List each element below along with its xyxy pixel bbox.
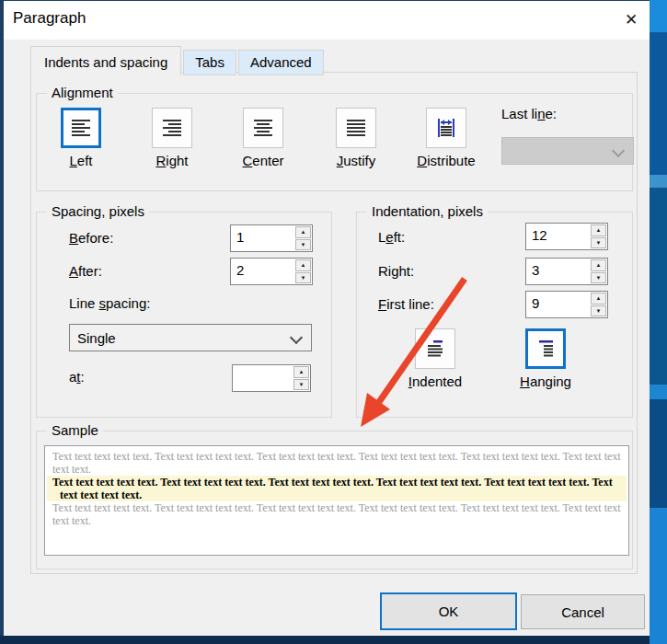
indent-right-value[interactable]: 3 (526, 259, 590, 284)
spinner-down-icon[interactable]: ▼ (591, 237, 606, 249)
spacing-legend: Spacing, pixels (47, 203, 149, 219)
hanging-icon (525, 328, 566, 369)
align-distribute-label: Distribute (405, 153, 488, 168)
sample-paragraph-highlighted: Text text text text text. Text text text… (47, 476, 627, 501)
indentation-group: Indentation, pixels Left: 12 ▲ ▼ Right: … (356, 212, 633, 418)
spinner-up-icon[interactable]: ▲ (591, 224, 606, 236)
first-line-spin-buttons: ▲ ▼ (590, 292, 607, 317)
last-line-combobox (501, 137, 634, 165)
before-spin-buttons: ▲ ▼ (294, 225, 312, 251)
sample-group: Sample Text text text text text. Text te… (36, 431, 633, 569)
sample-paragraph: Text text text text text. Text text text… (47, 450, 627, 476)
first-line-label: First line: (378, 296, 434, 312)
at-spin-buttons: ▲ ▼ (293, 365, 310, 391)
spinner-up-icon[interactable]: ▲ (295, 226, 311, 238)
align-left-button[interactable]: Left (40, 108, 122, 168)
dialog-title: Paragraph (13, 9, 86, 28)
spinner-up-icon[interactable]: ▲ (591, 259, 606, 271)
align-justify-button[interactable]: Justify (315, 108, 397, 168)
spinner-down-icon[interactable]: ▼ (591, 305, 606, 317)
sample-preview: Text text text text text. Text text text… (44, 445, 629, 556)
indent-right-spinner[interactable]: 3 ▲ ▼ (525, 258, 608, 285)
spinner-down-icon[interactable]: ▼ (293, 379, 309, 391)
align-justify-label: Justify (315, 153, 397, 168)
chevron-down-icon (290, 331, 303, 344)
close-icon[interactable]: ✕ (616, 6, 646, 33)
indent-right-label: Right: (378, 263, 414, 279)
spinner-down-icon[interactable]: ▼ (295, 272, 311, 284)
align-right-button[interactable]: Right (131, 108, 213, 168)
tab-panel: Alignment Left Right (30, 72, 638, 574)
align-distribute-icon (426, 108, 466, 148)
after-spinner[interactable]: 2 ▲ ▼ (230, 258, 313, 285)
before-value[interactable]: 1 (231, 225, 294, 251)
spinner-up-icon[interactable]: ▲ (293, 366, 309, 378)
window-right-edge (650, 0, 667, 644)
tab-strip: Indents and spacing Tabs Advanced (30, 46, 324, 75)
at-spinner[interactable]: ▲ ▼ (232, 364, 311, 392)
indented-button[interactable]: Indented (394, 328, 477, 389)
sample-legend: Sample (47, 422, 103, 438)
at-label: at: (69, 369, 85, 385)
spinner-down-icon[interactable]: ▼ (591, 272, 606, 284)
indent-left-label: Left: (378, 229, 405, 245)
before-label: Before: (69, 230, 113, 246)
window-bottom-edge (0, 636, 667, 644)
chevron-down-icon (612, 144, 625, 157)
align-justify-icon (336, 108, 376, 148)
first-line-value[interactable]: 9 (526, 292, 590, 317)
after-label: After: (69, 263, 102, 279)
titlebar: Paragraph ✕ (4, 1, 650, 40)
alignment-legend: Alignment (47, 85, 118, 100)
hanging-button[interactable]: Hanging (504, 328, 587, 389)
spinner-down-icon[interactable]: ▼ (295, 239, 311, 251)
align-left-label: Left (40, 153, 122, 168)
before-spinner[interactable]: 1 ▲ ▼ (230, 224, 313, 252)
ok-button[interactable]: OK (380, 592, 517, 630)
tab-tabs[interactable]: Tabs (183, 50, 236, 75)
align-distribute-button[interactable]: Distribute (405, 108, 488, 168)
after-value[interactable]: 2 (231, 259, 294, 284)
indent-right-spin-buttons: ▲ ▼ (590, 259, 607, 284)
spinner-up-icon[interactable]: ▲ (295, 259, 311, 271)
hanging-label: Hanging (504, 374, 587, 389)
align-right-label: Right (131, 153, 213, 168)
line-spacing-value: Single (77, 330, 116, 346)
after-spin-buttons: ▲ ▼ (294, 259, 312, 284)
alignment-group: Alignment Left Right (36, 93, 633, 191)
align-right-icon (152, 108, 192, 148)
paragraph-dialog: Paragraph ✕ Indents and spacing Tabs Adv… (0, 0, 650, 636)
indented-icon (415, 328, 455, 369)
align-center-button[interactable]: Center (222, 108, 305, 168)
indentation-legend: Indentation, pixels (367, 203, 488, 219)
indented-label: Indented (394, 374, 477, 389)
spacing-group: Spacing, pixels Before: 1 ▲ ▼ After: 2 ▲… (36, 212, 332, 418)
cancel-button[interactable]: Cancel (521, 594, 645, 629)
first-line-spinner[interactable]: 9 ▲ ▼ (525, 291, 608, 318)
line-spacing-label: Line spacing: (69, 295, 150, 311)
indent-left-spinner[interactable]: 12 ▲ ▼ (525, 223, 608, 250)
indent-left-spin-buttons: ▲ ▼ (590, 224, 607, 249)
line-spacing-combobox[interactable]: Single (69, 324, 312, 351)
screen: Paragraph ✕ Indents and spacing Tabs Adv… (0, 0, 667, 644)
align-left-icon (61, 108, 101, 148)
align-center-icon (243, 108, 283, 148)
tab-indents-and-spacing[interactable]: Indents and spacing (30, 46, 181, 76)
last-line-label: Last line: (501, 106, 557, 121)
align-center-label: Center (222, 153, 305, 168)
spinner-up-icon[interactable]: ▲ (591, 293, 606, 305)
at-value[interactable] (233, 365, 293, 391)
tab-advanced[interactable]: Advanced (238, 50, 324, 75)
sample-paragraph: Text text text text text. Text text text… (47, 501, 627, 527)
indent-left-value[interactable]: 12 (526, 224, 590, 249)
